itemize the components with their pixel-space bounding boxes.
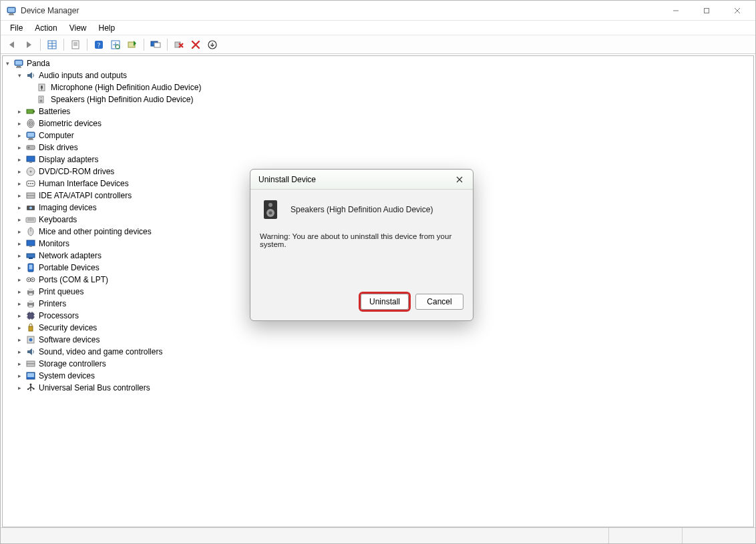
tree-category-sound-video-and-game-controllers[interactable]: ▸ Sound, video and game controllers	[3, 346, 753, 358]
expander-icon[interactable]: ▸	[15, 107, 24, 116]
expander-icon[interactable]: ▸	[15, 143, 24, 152]
tree-label: DVD/CD-ROM drives	[39, 167, 121, 176]
tree-label: Security devices	[39, 323, 104, 332]
expander-icon[interactable]: ▸	[15, 227, 24, 236]
tree-label: Speakers (High Definition Audio Device)	[51, 95, 200, 104]
menu-file[interactable]: File	[5, 22, 28, 34]
tree-label: Human Interface Devices	[39, 179, 136, 188]
svg-rect-89	[705, 8, 709, 13]
tree-category-software-devices[interactable]: ▸ Software devices	[3, 334, 753, 346]
close-button[interactable]	[722, 1, 753, 21]
expander-icon[interactable]: ▸	[15, 119, 24, 128]
tree-label: IDE ATA/ATAPI controllers	[39, 191, 138, 200]
tree-label: Portable Devices	[39, 263, 106, 272]
expander-icon[interactable]: ▸	[15, 287, 24, 296]
maximize-button[interactable]	[691, 1, 722, 21]
cpu-icon	[25, 310, 36, 321]
camera-icon	[25, 202, 36, 213]
tree-root[interactable]: ▾ Panda	[3, 57, 753, 69]
speaker-icon	[25, 346, 36, 357]
expander-icon[interactable]: ▸	[15, 215, 24, 224]
expander-icon[interactable]: ▸	[15, 275, 24, 284]
menu-action[interactable]: Action	[29, 22, 62, 34]
dialog-buttons: Uninstall Cancel	[250, 290, 473, 320]
back-button[interactable]	[5, 37, 19, 52]
expander-icon[interactable]: ▸	[15, 359, 24, 368]
tree-category-universal-serial-bus-controllers[interactable]: ▸ Universal Serial Bus controllers	[3, 382, 753, 394]
tree-category-audio[interactable]: ▾ Audio inputs and outputs	[3, 69, 753, 81]
tree-category-disk-drives[interactable]: ▸ Disk drives	[3, 142, 753, 154]
expander-icon[interactable]: ▾	[15, 71, 24, 80]
expander-icon[interactable]: ▸	[15, 131, 24, 140]
dialog-device-name: Speakers (High Definition Audio Device)	[291, 205, 433, 214]
security-icon	[25, 322, 36, 333]
usb-icon	[25, 382, 36, 393]
tree-category-computer[interactable]: ▸ Computer	[3, 129, 753, 142]
mouse-icon	[25, 226, 36, 237]
help-button[interactable]	[91, 37, 106, 52]
expander-icon[interactable]: ▸	[15, 311, 24, 320]
cancel-button[interactable]: Cancel	[415, 294, 463, 310]
titlebar: Device Manager	[1, 1, 755, 21]
expander-icon[interactable]: ▾	[3, 59, 12, 68]
finger-icon	[25, 118, 36, 129]
dialog-titlebar: Uninstall Device	[250, 170, 473, 190]
dialog-close-button[interactable]	[450, 172, 469, 187]
device-manager-window: Device Manager File Action View Help	[0, 0, 756, 544]
tree-label: Storage controllers	[39, 359, 113, 368]
tree-label: Mice and other pointing devices	[39, 227, 158, 236]
tree-category-display-adapters[interactable]: ▸ Display adapters	[3, 154, 753, 166]
storage-icon	[25, 358, 36, 369]
expander-icon[interactable]: ▸	[15, 323, 24, 332]
disable-device-button[interactable]	[188, 37, 203, 52]
expander-icon[interactable]: ▸	[15, 251, 24, 260]
uninstall-button[interactable]: Uninstall	[361, 294, 409, 310]
expander-icon[interactable]: ▸	[15, 191, 24, 200]
tree-category-biometric-devices[interactable]: ▸ Biometric devices	[3, 117, 753, 129]
expander-icon[interactable]: ▸	[15, 203, 24, 212]
menu-view[interactable]: View	[64, 22, 92, 34]
update-driver-button[interactable]	[125, 37, 140, 52]
dvd-icon	[25, 166, 36, 177]
expander-icon[interactable]: ▸	[15, 371, 24, 380]
tree-label: Ports (COM & LPT)	[39, 275, 115, 284]
dialog-title: Uninstall Device	[258, 175, 316, 184]
tree-label: Monitors	[39, 239, 76, 248]
expander-icon[interactable]: ▸	[15, 263, 24, 272]
forward-button[interactable]	[21, 37, 36, 52]
scan-hardware-button[interactable]	[108, 37, 123, 52]
properties-button[interactable]	[68, 37, 83, 52]
menu-help[interactable]: Help	[93, 22, 121, 34]
tree-label: Imaging devices	[39, 203, 104, 212]
expander-icon[interactable]: ▸	[15, 383, 24, 392]
install-driver-button[interactable]	[205, 37, 220, 52]
expander-icon[interactable]: ▸	[15, 167, 24, 176]
tree-category-storage-controllers[interactable]: ▸ Storage controllers	[3, 358, 753, 370]
tree-category-security-devices[interactable]: ▸ Security devices	[3, 322, 753, 334]
minimize-button[interactable]	[660, 1, 691, 21]
printer-icon	[25, 286, 36, 297]
tree-label: Computer	[39, 131, 81, 140]
tree-label: Microphone (High Definition Audio Device…	[51, 83, 208, 92]
tree-label: Panda	[27, 59, 57, 68]
tree-label: Biometric devices	[39, 119, 108, 128]
expander-icon[interactable]: ▸	[15, 155, 24, 164]
add-legacy-button[interactable]	[148, 37, 163, 52]
expander-icon[interactable]: ▸	[15, 347, 24, 356]
tree-device-speakers[interactable]: Speakers (High Definition Audio Device)	[3, 93, 753, 105]
expander-icon[interactable]: ▸	[15, 335, 24, 344]
hid-icon	[25, 178, 36, 189]
tree-label: Batteries	[39, 107, 77, 116]
tree-label: Keyboards	[39, 215, 83, 224]
expander-icon[interactable]: ▸	[15, 239, 24, 248]
tree-device-microphone[interactable]: Microphone (High Definition Audio Device…	[3, 81, 753, 93]
uninstall-device-button[interactable]	[172, 37, 186, 52]
tree-category-batteries[interactable]: ▸ Batteries	[3, 105, 753, 117]
expander-icon[interactable]: ▸	[15, 179, 24, 188]
expander-icon[interactable]: ▸	[15, 299, 24, 308]
speaker-dev-icon	[37, 94, 48, 105]
tree-category-system-devices[interactable]: ▸ System devices	[3, 370, 753, 382]
show-hide-tree-button[interactable]	[45, 37, 59, 52]
tree-label: Network adapters	[39, 251, 108, 260]
statusbar	[1, 527, 755, 543]
